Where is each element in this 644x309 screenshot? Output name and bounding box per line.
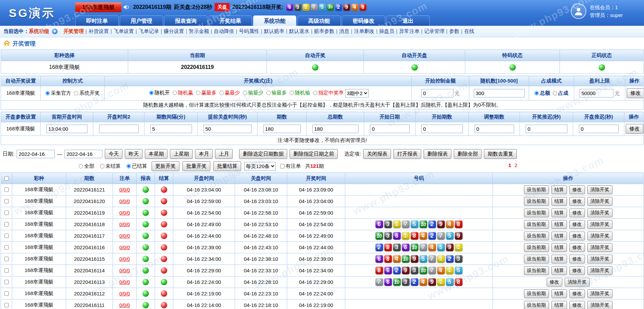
row-checkbox[interactable] — [4, 291, 9, 296]
param-input-6[interactable] — [370, 125, 410, 133]
bets-link[interactable]: 0/0/0 — [119, 291, 130, 296]
modify-button[interactable]: 修改 — [569, 255, 585, 263]
settle-button[interactable]: 结算 — [551, 243, 567, 252]
report-action-button-1[interactable]: 打开报表 — [393, 149, 421, 159]
mode-option-3[interactable]: 赢最少 — [219, 90, 240, 96]
settle-radio-1[interactable]: 未结算 — [100, 163, 121, 169]
report-action-button-2[interactable]: 删除报表 — [424, 149, 451, 159]
modify-button[interactable]: 修改 — [569, 185, 585, 194]
nav-tab-6[interactable]: 密码修改 — [342, 15, 385, 26]
subnav-link-10[interactable]: 赔率参数 — [314, 28, 334, 34]
clear-draw-button[interactable]: 清除开奖 — [587, 185, 612, 194]
lottery-name-banner[interactable]: 168幸運飛艇 — [75, 2, 121, 12]
page-1[interactable]: 1 — [508, 162, 511, 168]
modify-button[interactable]: 修改 — [569, 197, 585, 206]
bets-link[interactable]: 0/0/0 — [119, 233, 130, 239]
subnav-link-5[interactable]: 警示金额 — [189, 28, 209, 34]
modify-button[interactable]: 修改 — [569, 301, 585, 309]
has-bets-checkbox[interactable] — [280, 164, 285, 168]
has-bets-checkbox-label[interactable]: 有注单 — [280, 163, 301, 169]
clear-draw-button[interactable]: 清除开奖 — [587, 255, 612, 263]
set-current-period-button[interactable]: 设当前期 — [524, 266, 549, 275]
param-input-5[interactable] — [312, 125, 358, 133]
modify-button[interactable]: 修改 — [547, 278, 562, 287]
bets-link[interactable]: 0/0/0 — [119, 187, 130, 193]
row-checkbox[interactable] — [4, 199, 9, 203]
row-checkbox[interactable] — [4, 187, 9, 192]
modify-button[interactable]: 修改 — [569, 243, 585, 252]
batch-action-button-1[interactable]: 批量开奖 — [182, 161, 210, 171]
delete-date-button-0[interactable]: 删除选定日期数据 — [239, 149, 287, 159]
nav-tab-3[interactable]: 开奖结果 — [209, 15, 252, 26]
subnav-link-4[interactable]: 赚分设置 — [164, 28, 184, 34]
subnav-link-17[interactable]: 在线 — [464, 28, 474, 34]
clear-draw-button[interactable]: 清除开奖 — [587, 208, 612, 217]
nav-tab-5[interactable]: 高级功能 — [297, 15, 341, 26]
bets-link[interactable]: 0/0/0 — [119, 268, 130, 273]
param-input-1[interactable] — [99, 125, 139, 133]
report-action-button-4[interactable]: 期数去重复 — [484, 149, 517, 159]
avatar[interactable] — [571, 3, 586, 19]
subnav-link-16[interactable]: 参数 — [449, 28, 460, 34]
modify-button[interactable]: 修改 — [569, 232, 585, 240]
row-checkbox[interactable] — [4, 280, 9, 284]
bets-link[interactable]: 0/0/0 — [119, 210, 130, 216]
param-input-3[interactable] — [203, 125, 252, 133]
set-current-period-button[interactable]: 设当前期 — [524, 255, 549, 263]
quick-date-button-4[interactable]: 本月 — [195, 149, 213, 159]
clear-draw-button[interactable]: 清除开奖 — [587, 197, 612, 206]
bets-link[interactable]: 0/0/0 — [119, 245, 130, 250]
settle-button[interactable]: 结算 — [551, 185, 567, 194]
set-current-period-button[interactable]: 设当前期 — [524, 197, 549, 206]
clear-draw-button[interactable]: 清除开奖 — [587, 301, 612, 309]
profit-limit-input[interactable] — [580, 89, 613, 97]
set-current-period-button[interactable]: 设当前期 — [524, 185, 549, 194]
win-rate-select[interactable]: 3期中2 — [345, 89, 369, 97]
settle-radio-0[interactable]: 全部 — [79, 163, 94, 169]
mode-option-1[interactable]: 随机赢 — [173, 90, 193, 96]
param-input-7[interactable] — [421, 125, 463, 133]
settle-radio-2[interactable]: 已结算 — [126, 163, 147, 169]
quick-date-button-1[interactable]: 昨天 — [125, 149, 142, 159]
bets-link[interactable]: 0/0/0 — [119, 303, 130, 308]
row-checkbox[interactable] — [4, 268, 9, 273]
mode-option-7[interactable]: 指定中奖率 — [313, 90, 344, 96]
subnav-link-3[interactable]: 飞单记录 — [139, 28, 159, 34]
subnav-link-7[interactable]: 号码属性 — [239, 28, 259, 34]
set-current-period-button[interactable]: 设当前期 — [524, 208, 549, 217]
date-from-input[interactable] — [17, 150, 55, 158]
subnav-link-9[interactable]: 默认退水 — [289, 28, 309, 34]
mode-option-2[interactable]: 赢最多 — [196, 90, 217, 96]
param-input-10[interactable] — [579, 125, 619, 133]
clear-draw-button[interactable]: 清除开奖 — [565, 278, 590, 287]
modify-auto-settings-button[interactable]: 修改 — [627, 88, 644, 98]
subnav-link-6[interactable]: 自动降倍 — [214, 28, 234, 34]
nav-tab-2[interactable]: 报表查询 — [164, 15, 208, 26]
clear-draw-button[interactable]: 清除开奖 — [587, 243, 612, 252]
report-action-button-3[interactable]: 删除全部 — [454, 149, 482, 159]
quick-date-button-5[interactable]: 上月 — [215, 149, 233, 159]
bets-link[interactable]: 0/0/0 — [119, 256, 130, 262]
settle-button[interactable]: 结算 — [551, 301, 567, 309]
settle-button[interactable]: 结算 — [551, 289, 567, 298]
row-checkbox[interactable] — [4, 245, 9, 250]
subnav-link-14[interactable]: 异常注单 — [399, 28, 419, 34]
param-input-4[interactable] — [263, 125, 301, 133]
date-to-input[interactable] — [64, 150, 102, 158]
page-2[interactable]: 2 — [514, 162, 517, 168]
quick-date-button-0[interactable]: 今天 — [105, 149, 122, 159]
start-amount-input[interactable] — [421, 89, 453, 97]
delete-date-button-1[interactable]: 删除指定日期之前 — [290, 149, 338, 159]
set-current-period-button[interactable]: 设当前期 — [524, 289, 549, 298]
row-checkbox[interactable] — [4, 211, 9, 215]
param-input-8[interactable] — [474, 125, 514, 133]
param-input-9[interactable] — [526, 125, 567, 133]
param-input-0[interactable] — [46, 125, 87, 133]
select-all-checkbox[interactable] — [4, 176, 9, 181]
bets-link[interactable]: 0/0/0 — [119, 199, 130, 204]
settle-button[interactable]: 结算 — [551, 208, 567, 217]
settle-button[interactable]: 结算 — [551, 220, 567, 229]
page-size-select[interactable]: 每页120条 — [244, 162, 276, 170]
share-option-0[interactable]: 总额 — [534, 90, 550, 96]
modify-params-button[interactable]: 修改 — [626, 124, 643, 134]
